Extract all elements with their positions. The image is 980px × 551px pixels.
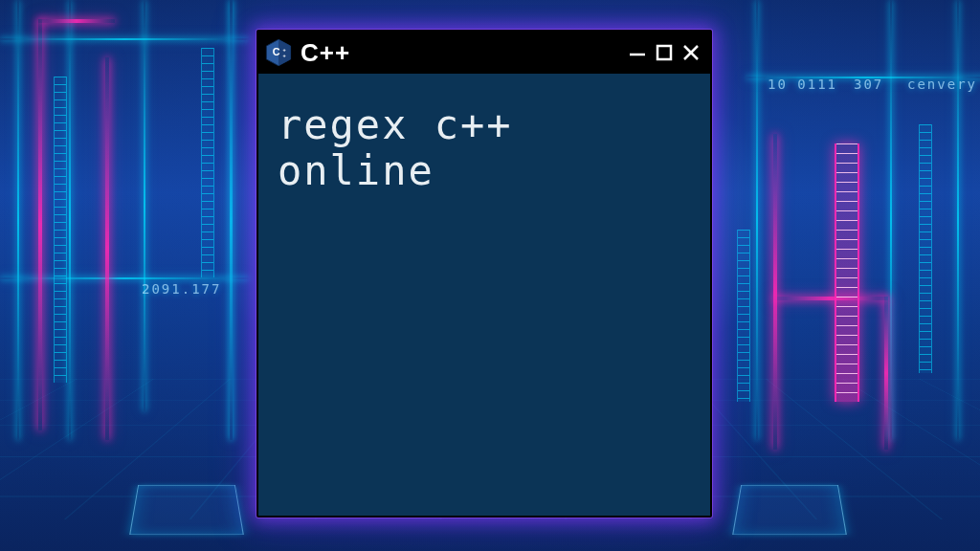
neon-line bbox=[890, 0, 892, 440]
neon-line bbox=[69, 0, 71, 440]
cpp-window: C + + C++ regex c++ online bbox=[256, 30, 712, 518]
svg-text:+: + bbox=[282, 53, 285, 58]
close-button[interactable] bbox=[679, 41, 702, 64]
neon-line-pink bbox=[773, 297, 888, 300]
ruler-decoration bbox=[201, 48, 214, 277]
pink-bar-decoration bbox=[835, 143, 859, 402]
neon-line-pink bbox=[884, 297, 888, 450]
maximize-button[interactable] bbox=[653, 41, 676, 64]
neon-line bbox=[756, 0, 758, 440]
neon-line bbox=[957, 0, 959, 440]
neon-line-pink bbox=[38, 19, 115, 23]
neon-line bbox=[0, 38, 249, 40]
editor-content: regex c++ online bbox=[278, 102, 691, 195]
svg-text:C: C bbox=[273, 46, 280, 57]
ruler-decoration bbox=[919, 124, 932, 373]
neon-line bbox=[144, 0, 145, 411]
neon-line-pink bbox=[773, 134, 777, 450]
svg-text:+: + bbox=[282, 47, 285, 53]
window-title: C++ bbox=[301, 38, 618, 68]
floor-tile bbox=[129, 485, 244, 535]
neon-line bbox=[0, 277, 249, 279]
minimize-button[interactable] bbox=[626, 41, 649, 64]
editor-area[interactable]: regex c++ online bbox=[258, 74, 710, 516]
neon-line-pink bbox=[105, 57, 109, 440]
cpp-hex-icon: C + + bbox=[264, 38, 293, 67]
titlebar[interactable]: C + + C++ bbox=[258, 32, 710, 74]
floor-tile bbox=[732, 485, 847, 535]
ruler-decoration bbox=[737, 230, 750, 402]
bg-text: 10 0111 bbox=[768, 77, 837, 92]
bg-text: cenvery bbox=[907, 77, 977, 92]
neon-line bbox=[17, 0, 19, 440]
ruler-decoration bbox=[54, 77, 67, 383]
window-controls bbox=[626, 41, 702, 64]
neon-line-pink bbox=[38, 19, 42, 430]
svg-rect-6 bbox=[657, 46, 671, 59]
neon-line bbox=[230, 0, 233, 440]
bg-text: 2091.177 bbox=[142, 281, 221, 297]
bg-text: 307 bbox=[854, 77, 883, 92]
